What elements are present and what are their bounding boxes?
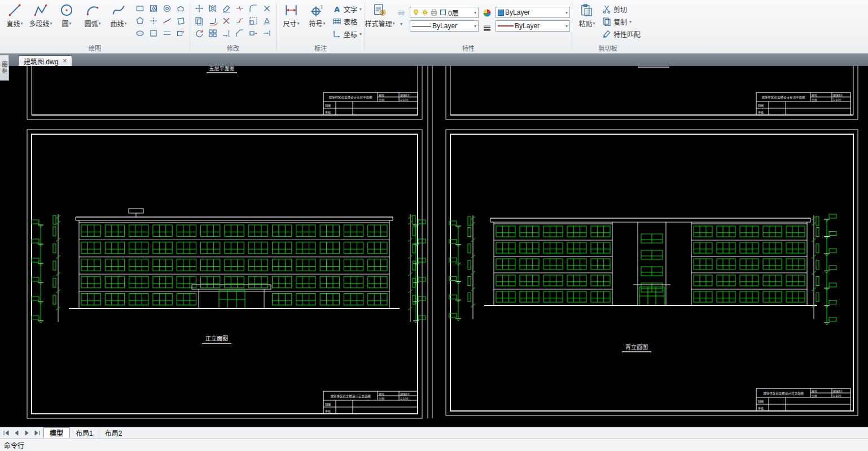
polyline-tool-button[interactable]: 多段线▾ [28, 1, 54, 28]
ribbon-group-properties: 样式管理▾ ▾ 0层 ▾ [365, 0, 572, 53]
scale-button[interactable] [247, 15, 260, 27]
sheet-nav-buttons [0, 427, 43, 438]
hatch-button[interactable] [147, 2, 160, 15]
chevron-down-icon[interactable]: ▾ [400, 21, 402, 26]
explode-button[interactable] [261, 2, 273, 15]
match-properties-button[interactable]: 特性匹配 [602, 28, 641, 39]
layer-select-value: 0层 [448, 8, 473, 17]
move-button[interactable] [193, 2, 205, 15]
svg-text:制图: 制图 [325, 104, 331, 108]
sheet-tab-layout2[interactable]: 布局2 [99, 427, 128, 438]
svg-text:审核: 审核 [758, 406, 764, 410]
multiline-icon [163, 29, 172, 38]
dimension-tool-button[interactable]: 尺寸▾ [278, 1, 304, 28]
svg-text:审核: 审核 [325, 110, 331, 114]
spline-tool-button[interactable]: 曲线▾ [106, 1, 131, 28]
trim-button[interactable] [220, 15, 233, 27]
text-tool-button[interactable]: A文字▾ [332, 3, 362, 15]
join-icon [235, 16, 244, 25]
polyline-icon [33, 3, 48, 17]
symbol-tool-button[interactable]: .1符号▾ [304, 1, 330, 28]
lineweight-select[interactable]: ByLayer ▾ [496, 20, 570, 32]
prev-sheet-button[interactable] [12, 428, 21, 437]
hatch-icon [149, 4, 158, 13]
block-insert-button[interactable] [174, 27, 187, 39]
color-select-value: ByLayer [505, 8, 564, 16]
sheet-tab-layout1[interactable]: 布局1 [69, 427, 99, 438]
line-tool-button[interactable]: 直线▾ [2, 1, 28, 28]
lineweight-settings-button[interactable] [481, 21, 493, 34]
svg-text:图号: 图号 [379, 94, 384, 98]
drawing-canvas[interactable]: 五层平面图城堡住区宿舍楼设计五层平面图图号建施10比例1:100制图审核城堡住区… [0, 66, 868, 427]
ellipse-button[interactable] [134, 27, 146, 39]
group-label-clipboard: 剪切板 [574, 45, 642, 53]
wipeout-button[interactable] [174, 15, 187, 27]
linetype-select[interactable]: ByLayer ▾ [410, 20, 479, 32]
rectangle-button[interactable] [134, 2, 146, 15]
copy-obj-button[interactable] [193, 15, 205, 27]
svg-text:制图: 制图 [758, 400, 764, 404]
construction-line-icon [163, 16, 172, 25]
arc-tool-button[interactable]: 圆弧▾ [80, 1, 106, 28]
offset-button[interactable] [207, 15, 219, 27]
polygon-icon [135, 16, 144, 25]
donut-button[interactable] [161, 2, 173, 15]
stretch-button[interactable] [247, 27, 260, 39]
fillet-icon [249, 4, 258, 13]
multiline-button[interactable] [161, 27, 173, 39]
linetype-swatch [412, 26, 431, 26]
svg-text:图号: 图号 [812, 94, 817, 98]
layer-select[interactable]: 0层 ▾ [410, 7, 479, 18]
group-label-annotate: 标注 [278, 45, 363, 53]
construction-line-button[interactable] [161, 15, 173, 27]
break-button[interactable] [234, 2, 246, 15]
revision-cloud-button[interactable] [174, 2, 187, 15]
extend-button[interactable] [220, 27, 233, 39]
lengthen-button[interactable] [261, 27, 273, 39]
first-sheet-button[interactable] [2, 428, 11, 437]
paste-button[interactable]: 粘贴▾ [574, 1, 600, 28]
arc-icon [85, 3, 100, 17]
last-sheet-button[interactable] [32, 428, 42, 437]
linetype-manager-button[interactable] [395, 7, 407, 19]
svg-text:正立面图: 正立面图 [205, 335, 228, 342]
document-tab-title: 建筑图.dwg [24, 56, 58, 66]
erase-button[interactable] [220, 2, 233, 15]
cut-button[interactable]: 剪切 [602, 3, 641, 15]
style-manager-icon [372, 3, 387, 17]
table-tool-button[interactable]: 表格 [332, 16, 362, 27]
circle-tool-button[interactable]: 圆▾ [54, 1, 80, 28]
ribbon-group-modify: 修改 [190, 0, 276, 53]
ribbon-group-annotate: 尺寸▾.1符号▾ A文字▾表格坐标▾ 标注 [277, 0, 365, 53]
svg-text:审核: 审核 [325, 409, 331, 413]
coordinate-tool-button[interactable]: 坐标▾ [332, 28, 362, 39]
color-picker-button[interactable] [481, 7, 493, 19]
align-button[interactable] [261, 15, 273, 27]
style-manager-button[interactable]: 样式管理▾ [367, 1, 393, 28]
polygon-button[interactable] [134, 15, 146, 27]
rotate-button[interactable] [193, 27, 205, 39]
side-panel-tab[interactable]: 图框 [0, 55, 9, 81]
join-button[interactable] [234, 15, 246, 27]
chamfer-button[interactable] [234, 27, 246, 39]
svg-text:比例: 比例 [379, 98, 384, 102]
mirror-button[interactable] [207, 2, 219, 15]
document-tab[interactable]: 建筑图.dwg × [18, 55, 72, 66]
close-icon[interactable]: × [63, 58, 67, 64]
region-button[interactable] [147, 27, 160, 39]
svg-text:城堡住区宿舍楼设计屋顶平面图: 城堡住区宿舍楼设计屋顶平面图 [761, 95, 805, 100]
chevron-down-icon: ▾ [565, 10, 568, 15]
ribbon-group-clipboard: 粘贴▾ 剪切 复制▾ 特性匹配 剪切板 [572, 0, 643, 53]
ellipse-icon [135, 29, 144, 38]
array-button[interactable] [207, 27, 219, 39]
svg-text:建施10: 建施10 [400, 94, 409, 98]
ribbon-group-draw: 直线▾多段线▾圆▾圆弧▾曲线▾ 绘图 [0, 0, 190, 53]
copy-button[interactable]: 复制▾ [602, 16, 641, 27]
sheet-tab-model[interactable]: 模型 [43, 427, 69, 438]
svg-text:A: A [334, 5, 340, 14]
point-button[interactable] [147, 15, 160, 27]
command-line-panel[interactable]: 命令行 [0, 438, 868, 451]
next-sheet-button[interactable] [22, 428, 32, 437]
fillet-button[interactable] [247, 2, 260, 15]
color-select[interactable]: ByLayer ▾ [496, 7, 570, 18]
